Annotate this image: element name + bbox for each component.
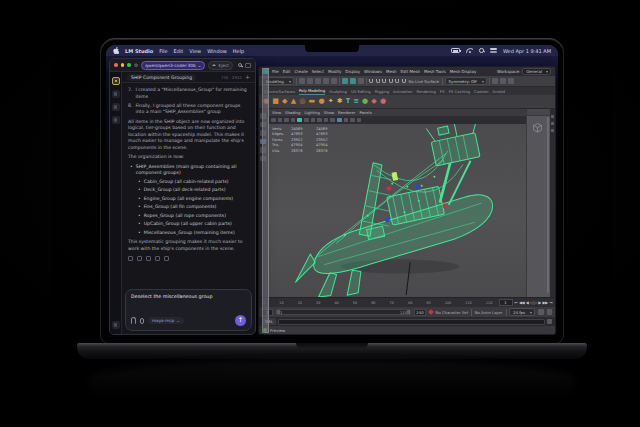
viewport-menu-item[interactable]: View: [272, 110, 281, 115]
script-editor-icon[interactable]: [547, 319, 553, 325]
new-chat-button[interactable]: +: [245, 74, 250, 80]
attach-file-icon[interactable]: [131, 317, 136, 324]
viewport-toolbar-icon[interactable]: [311, 118, 316, 123]
sidebar-item-chat[interactable]: [112, 77, 120, 85]
new-scene-icon[interactable]: [299, 78, 305, 84]
playback-button[interactable]: ◀: [526, 301, 529, 305]
playback-button[interactable]: ◀◀: [519, 301, 524, 305]
symmetry-selector[interactable]: Symmetry: Off: [445, 77, 487, 85]
menubar-menu-item[interactable]: File: [159, 48, 167, 54]
regenerate-icon[interactable]: [146, 256, 151, 261]
character-set-selector[interactable]: No Character Set: [436, 310, 469, 315]
shelf-tool-icon[interactable]: ●: [318, 98, 324, 105]
viewport-toolbar-icon[interactable]: [357, 118, 362, 123]
maya-menu-item[interactable]: Select: [312, 69, 324, 74]
snap-to-curve-icon[interactable]: [376, 79, 380, 83]
viewport-toolbar-icon[interactable]: [278, 118, 283, 123]
auto-keyframe-icon[interactable]: [538, 309, 544, 315]
microphone-icon[interactable]: [140, 318, 144, 324]
viewport-toolbar-icon[interactable]: [317, 118, 322, 123]
viewport-toolbar-icon[interactable]: [304, 118, 309, 123]
ship-model[interactable]: [270, 124, 526, 297]
viewport-toolbar-icon[interactable]: [271, 118, 276, 123]
send-button[interactable]: ↑: [235, 315, 246, 326]
redo-icon[interactable]: [331, 78, 337, 84]
shelf-tool-icon[interactable]: ●: [380, 98, 386, 105]
shelf-tool-icon[interactable]: ▬: [309, 98, 316, 105]
viewport-menu-item[interactable]: Panels: [359, 110, 371, 115]
shelf-tool-icon[interactable]: T: [346, 98, 350, 105]
maya-menu-item[interactable]: Mesh Tools: [424, 69, 446, 74]
ipr-render-icon[interactable]: [500, 78, 506, 84]
edit-icon[interactable]: [137, 256, 142, 261]
menubar-menu-item[interactable]: Window: [207, 48, 227, 54]
shelf-tool-icon[interactable]: ◆: [282, 98, 287, 105]
loaded-model-pill[interactable]: qwen/qwen3-coder-30b ⌄: [141, 61, 205, 70]
channel-box-scrollbar[interactable]: [547, 117, 549, 293]
set-key-icon[interactable]: [428, 309, 434, 315]
viewport-menu-item[interactable]: Shading: [285, 110, 300, 115]
sidebar-item-developer[interactable]: [112, 90, 120, 98]
maya-menu-item[interactable]: Edit: [283, 69, 291, 74]
panel-layout-icon[interactable]: [245, 63, 251, 68]
viewport-toolbar-icon[interactable]: [330, 118, 335, 123]
animation-preferences-icon[interactable]: [547, 309, 553, 315]
current-frame-cursor[interactable]: [262, 68, 269, 333]
select-by-object-icon[interactable]: [350, 78, 356, 84]
viewport-toolbar-icon[interactable]: [291, 118, 296, 123]
maya-menu-item[interactable]: File: [272, 69, 279, 74]
sidebar-item-discover[interactable]: [112, 103, 120, 111]
chat-composer[interactable]: maya-mcp ⌄ ↑: [125, 289, 252, 331]
undo-icon[interactable]: [323, 78, 329, 84]
attribute-editor-toggle-icon[interactable]: [551, 115, 554, 118]
menubar-clock[interactable]: Wed Apr 1 9:41 AM: [503, 48, 551, 54]
viewport-toolbar-icon[interactable]: [284, 118, 289, 123]
shelf-tool-icon[interactable]: ■: [272, 98, 279, 105]
snap-to-grid-icon[interactable]: [369, 79, 373, 83]
shelf-tool-icon[interactable]: ✦: [328, 98, 334, 105]
menubar-menu-item[interactable]: View: [189, 48, 201, 54]
workspace-selector[interactable]: General: [522, 68, 551, 76]
maximize-window-button[interactable]: [127, 63, 131, 67]
anim-layer-selector[interactable]: No Anim Layer: [475, 310, 503, 315]
maya-menu-item[interactable]: Mesh: [386, 69, 397, 74]
copy-icon[interactable]: [128, 256, 133, 261]
delete-icon[interactable]: [164, 256, 169, 261]
maya-menu-item[interactable]: Display: [345, 69, 360, 74]
tools-icon[interactable]: ⚙: [134, 63, 138, 68]
playback-button[interactable]: ◁: [530, 301, 533, 305]
playback-button[interactable]: ⇤: [515, 301, 518, 305]
settings-gear-icon[interactable]: [112, 321, 120, 329]
viewport-toolbar-icon[interactable]: [324, 118, 329, 123]
maya-menu-item[interactable]: Mesh Display: [450, 69, 477, 74]
shelf-tab[interactable]: Poly Modeling: [299, 88, 325, 95]
close-window-button[interactable]: [114, 63, 118, 67]
wifi-icon[interactable]: [466, 48, 473, 53]
chat-title[interactable]: SHIP Component Grouping: [127, 74, 196, 81]
channel-box-toggle-icon[interactable]: [551, 129, 554, 132]
eject-model-button[interactable]: Eject: [208, 61, 233, 70]
control-center-icon[interactable]: [490, 48, 497, 53]
menubar-app-name[interactable]: LM Studio: [125, 48, 153, 54]
playback-button[interactable]: ▷: [534, 301, 537, 305]
integration-selector[interactable]: maya-mcp ⌄: [148, 317, 184, 324]
viewport-toolbar-icon[interactable]: [297, 118, 302, 123]
make-live-icon[interactable]: [402, 79, 406, 83]
viewport-menu-item[interactable]: Lighting: [304, 110, 319, 115]
render-settings-icon[interactable]: [508, 78, 514, 84]
snap-to-view-plane-icon[interactable]: [395, 79, 399, 83]
battery-icon[interactable]: [451, 48, 460, 53]
chat-input[interactable]: [131, 294, 246, 299]
shelf-tool-icon[interactable]: ≡: [353, 98, 358, 105]
render-icon[interactable]: [492, 78, 498, 84]
playback-button[interactable]: ⇥: [549, 301, 552, 305]
shelf-tool-icon[interactable]: ✱: [337, 98, 343, 105]
spotlight-search-icon[interactable]: [479, 48, 484, 53]
maya-menu-item[interactable]: Windows: [364, 69, 382, 74]
maya-menu-item[interactable]: Create: [294, 69, 307, 74]
minimize-window-button[interactable]: [121, 63, 125, 67]
select-by-component-icon[interactable]: [358, 78, 364, 84]
tool-settings-toggle-icon[interactable]: [551, 122, 554, 125]
shelf-tool-icon[interactable]: ●: [362, 98, 368, 105]
menubar-menu-item[interactable]: Help: [233, 48, 244, 54]
